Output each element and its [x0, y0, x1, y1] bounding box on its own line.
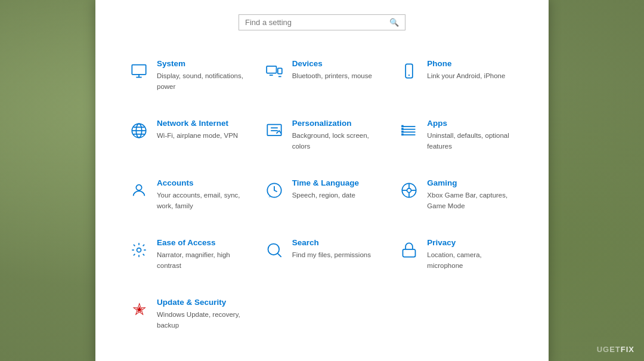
setting-item-search[interactable]: SearchFind my files, permissions [255, 227, 390, 281]
svg-rect-7 [405, 64, 413, 78]
search-bar: 🔍 [239, 14, 405, 30]
ease-icon [128, 239, 150, 261]
gaming-desc: Xbox Game Bar, captures, Game Mode [427, 192, 507, 209]
update-icon: ✭ [128, 299, 150, 320]
settings-window: 🔍 SystemDisplay, sound, notifications, p… [95, 0, 549, 361]
svg-point-34 [137, 248, 141, 252]
devices-icon [264, 60, 285, 82]
apps-title: Apps [427, 119, 516, 128]
personalization-icon [264, 120, 285, 141]
gaming-icon [398, 180, 420, 201]
network-desc: Wi-Fi, airplane mode, VPN [157, 132, 238, 139]
watermark: UGETFIX [597, 345, 634, 354]
system-icon [128, 60, 150, 82]
accounts-icon [128, 180, 150, 201]
ease-title: Ease of Access [157, 238, 246, 247]
apps-icon [398, 120, 420, 141]
phone-title: Phone [427, 59, 505, 68]
svg-rect-4 [277, 68, 281, 73]
accounts-title: Accounts [157, 178, 246, 187]
privacy-icon [398, 239, 420, 261]
search-icon: 🔍 [389, 18, 399, 27]
phone-desc: Link your Android, iPhone [427, 72, 505, 79]
watermark-fix: FIX [621, 345, 634, 354]
devices-title: Devices [292, 59, 372, 68]
svg-rect-23 [401, 131, 404, 133]
setting-item-update[interactable]: ✭Update & SecurityWindows Update, recove… [119, 287, 255, 341]
personalization-title: Personalization [292, 119, 381, 128]
network-icon [128, 120, 150, 141]
svg-rect-37 [403, 249, 416, 257]
setting-item-privacy[interactable]: PrivacyLocation, camera, microphone [389, 227, 525, 281]
settings-grid: SystemDisplay, sound, notifications, pow… [119, 48, 525, 341]
svg-rect-3 [267, 66, 276, 73]
setting-item-accounts[interactable]: AccountsYour accounts, email, sync, work… [119, 168, 255, 221]
time-title: Time & Language [292, 178, 359, 187]
system-desc: Display, sound, notifications, power [157, 72, 243, 90]
watermark-ug: UG [597, 345, 610, 354]
personalization-desc: Background, lock screen, colors [292, 132, 369, 150]
network-title: Network & Internet [157, 119, 238, 128]
phone-icon [398, 60, 420, 82]
search-desc: Find my files, permissions [292, 251, 371, 258]
svg-rect-24 [401, 133, 404, 135]
svg-line-36 [277, 254, 281, 257]
svg-rect-22 [401, 128, 404, 130]
search-input[interactable] [245, 18, 389, 27]
devices-desc: Bluetooth, printers, mouse [292, 72, 372, 79]
time-icon: A [264, 180, 285, 201]
update-title: Update & Security [157, 298, 246, 307]
privacy-desc: Location, camera, microphone [427, 251, 481, 269]
svg-point-29 [407, 188, 411, 192]
setting-item-devices[interactable]: DevicesBluetooth, printers, mouse [255, 48, 390, 102]
gaming-title: Gaming [427, 178, 516, 187]
privacy-title: Privacy [427, 238, 516, 247]
setting-item-system[interactable]: SystemDisplay, sound, notifications, pow… [119, 48, 255, 102]
update-desc: Windows Update, recovery, backup [157, 311, 240, 329]
setting-item-apps[interactable]: AppsUninstall, defaults, optional featur… [389, 108, 525, 162]
system-title: System [157, 59, 246, 68]
ease-desc: Narrator, magnifier, high contrast [157, 251, 230, 269]
apps-desc: Uninstall, defaults, optional features [427, 132, 509, 150]
setting-item-phone[interactable]: PhoneLink your Android, iPhone [389, 48, 525, 102]
setting-item-network[interactable]: Network & InternetWi-Fi, airplane mode, … [119, 108, 255, 162]
search-title: Search [292, 238, 371, 247]
watermark-et: ET [609, 345, 621, 354]
setting-item-ease[interactable]: Ease of AccessNarrator, magnifier, high … [119, 227, 255, 281]
setting-item-gaming[interactable]: GamingXbox Game Bar, captures, Game Mode [389, 168, 525, 221]
time-desc: Speech, region, date [292, 192, 355, 199]
search-bar-container: 🔍 [119, 14, 525, 30]
svg-point-25 [136, 185, 141, 190]
svg-rect-21 [401, 125, 404, 127]
setting-item-personalization[interactable]: PersonalizationBackground, lock screen, … [255, 108, 390, 162]
svg-rect-0 [132, 64, 145, 74]
svg-point-35 [268, 244, 279, 255]
svg-text:A: A [268, 195, 271, 198]
setting-item-time[interactable]: A Time & LanguageSpeech, region, date [255, 168, 390, 221]
accounts-desc: Your accounts, email, sync, work, family [157, 192, 240, 209]
search-icon [264, 239, 285, 261]
